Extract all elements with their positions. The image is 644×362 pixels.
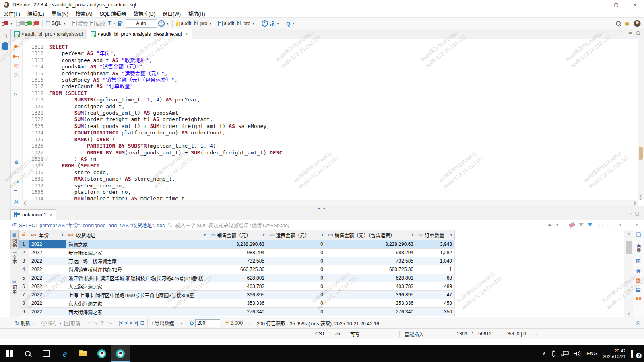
editor-tab[interactable]: <audit_bi_pro> analysis.sql (10, 29, 87, 39)
close-button[interactable]: ✕ (625, 0, 644, 9)
aggregate-icon[interactable]: ▦ (636, 277, 641, 283)
editor-scroll-thumb[interactable] (639, 147, 643, 160)
table-cell[interactable]: 660,725.36 (208, 265, 267, 274)
execute-statement-button[interactable]: ▶ (11, 41, 22, 51)
last-row-button[interactable]: >| (133, 319, 139, 327)
open-declaration-button[interactable]: ⇥ (11, 177, 22, 187)
code-line[interactable]: 1316 saleMoney AS "销售金额（元）（包含运费）", (23, 77, 644, 83)
previous-row-button[interactable]: < (124, 319, 128, 327)
user-avatar[interactable] (634, 20, 641, 27)
row-number[interactable]: 2 (19, 249, 29, 257)
code-line[interactable]: 1326 PARTITION BY SUBSTR(mgclear_time_t,… (23, 143, 644, 149)
save-to-file-button[interactable]: ! (11, 187, 22, 196)
caret-position-indicator[interactable]: 1303 : 1 : 56612 (452, 331, 502, 337)
code-line[interactable]: 1314 goodsAmt AS "销售金额（元）", (23, 64, 644, 70)
table-cell[interactable]: 2022 (29, 299, 66, 308)
filter-input[interactable]: 输入一个 SQL 表达式来过滤结果 (使用 Ctrl+Space) (175, 221, 549, 229)
grid-scroll-down-icon[interactable]: ∨ (624, 311, 633, 315)
row-number[interactable]: 5 (19, 274, 29, 282)
maximize-editor-icon[interactable]: ▢ (636, 31, 640, 35)
column-header[interactable]: 123订单数量▼ (416, 230, 455, 240)
table-cell[interactable]: 988,294 (208, 249, 267, 257)
sql-console-button[interactable]: >_ (11, 90, 22, 99)
column-filter-icon[interactable]: ▼ (450, 233, 453, 237)
code-line[interactable]: 1325 RANK() OVER ( (23, 136, 644, 143)
driver-manager-button[interactable]: ▼ (269, 21, 281, 27)
code-line[interactable]: 1313 consignee_add_t AS "收货地址", (23, 57, 644, 64)
table-cell[interactable]: 396,895 (326, 291, 416, 299)
sql-code-area[interactable]: 1311SELECT1312 perYear AS "年份",1313 cons… (23, 39, 644, 206)
maximize-button[interactable]: ▢ (607, 0, 625, 9)
editor-horizontal-scrollbar[interactable]: ❮❯ (22, 200, 638, 206)
table-cell[interactable]: 2022 (29, 282, 66, 291)
table-cell[interactable]: 988,294 (326, 249, 416, 257)
table-row[interactable]: 92022西大街海澜之家276,3400276,340350 (19, 308, 455, 316)
table-cell[interactable]: 47 (416, 291, 455, 299)
table-row[interactable]: 82022东大街海澜之家353,3360353,336458 (19, 299, 455, 308)
column-filter-icon[interactable]: ▼ (262, 233, 265, 237)
column-header[interactable]: ABC收货地址▼ (66, 230, 208, 240)
table-cell[interactable]: 西大街海澜之家 (66, 308, 208, 316)
editor-overview-chevrons[interactable]: ∨∨ (638, 194, 643, 200)
table-cell[interactable]: 628,801 (208, 274, 267, 282)
table-cell[interactable]: 2022 (29, 308, 66, 316)
code-line[interactable]: 1330 store_code, (23, 169, 644, 176)
results-tab-unknown-1[interactable]: unknown 1 × (10, 209, 56, 220)
grid-scroll-thumb[interactable] (626, 241, 632, 254)
start-button[interactable] (0, 345, 19, 362)
database-select[interactable]: audit_bi_pro▼ (217, 20, 256, 27)
table-cell[interactable]: 1,049 (416, 257, 455, 265)
row-number[interactable]: 7 (19, 291, 29, 299)
table-cell[interactable]: 353,336 (326, 299, 416, 308)
row-number[interactable]: 1 (19, 240, 29, 249)
code-line[interactable]: 1332 system_order_no, (23, 183, 644, 189)
column-filter-icon[interactable]: ▼ (321, 233, 324, 237)
expand-filter-icon[interactable]: ⌜⌟ (168, 223, 171, 227)
quick-access-search-icon[interactable] (616, 21, 621, 26)
editor-area-toggle-icon[interactable]: ⸳⸳⸳⸳❐ (0, 33, 10, 39)
transaction-log-button[interactable]: ▼ (157, 19, 170, 27)
grid-settings-gear-icon[interactable]: ⚙ (188, 319, 195, 327)
table-cell[interactable]: 276,340 (208, 308, 267, 316)
table-cell[interactable]: 2022 (29, 249, 66, 257)
apply-filter-button[interactable]: ▶ (549, 223, 552, 227)
column-header[interactable]: 123销售金额（元）（包含运费）▼ (326, 230, 416, 240)
autocommit-select[interactable]: Auto (126, 19, 157, 28)
save-button[interactable]: ✓保存▼ (40, 319, 63, 327)
results-maximize-icon[interactable]: ▢ (635, 211, 639, 216)
table-cell[interactable]: 2022 (29, 291, 66, 299)
table-cell[interactable]: 3,238,290.63 (326, 240, 416, 249)
history-forward-dropdown[interactable]: ▼ (635, 223, 638, 227)
table-cell[interactable]: 0 (267, 299, 326, 308)
table-cell[interactable]: 0 (267, 257, 326, 265)
table-cell[interactable]: 上海 上海市 闵行区申昆路1999号长三角电商园3号楼309室 (66, 291, 208, 299)
database-navigator-icon[interactable] (2, 42, 8, 47)
code-line[interactable]: 1322 SUM(order_freight_amt_t) AS orderFr… (23, 116, 644, 123)
code-line[interactable]: 1321 SUM(real_goods_amt_t) AS goodsAmt, (23, 110, 644, 116)
delete-row-button[interactable]: ≡₋ (105, 319, 113, 327)
table-cell[interactable]: 403,783 (208, 282, 267, 291)
dbeaver-taskbar-icon[interactable] (93, 345, 111, 362)
duplicate-row-button[interactable]: ⟳ (99, 319, 105, 327)
table-cell[interactable]: 660,725.36 (326, 265, 416, 274)
output-console-button[interactable]: (ω) (11, 196, 22, 206)
panel-toggle-icon[interactable]: ❏ (636, 232, 641, 238)
code-line[interactable]: 1331 MAX(store_name) AS store_name_t, (23, 176, 644, 182)
add-row-button[interactable]: ≡₊ (91, 319, 99, 327)
table-cell[interactable]: 489 (416, 282, 455, 291)
table-row[interactable]: 52022浙江省 杭州市 滨江区华城·和瑞科技广场(长河路475号)T1幢9楼6… (19, 274, 455, 282)
editor-settings-gear-icon[interactable]: ⚙ (11, 158, 22, 167)
calc-panel-icon[interactable]: ⊟⊞ (635, 296, 641, 300)
close-tab-icon[interactable]: × (185, 31, 188, 37)
menu-item[interactable]: 窗口(W) (159, 10, 184, 17)
code-line[interactable]: 1311SELECT (23, 44, 644, 50)
view-tab-record[interactable]: ▤记录 (11, 277, 18, 296)
column-filter-icon[interactable]: ▼ (411, 233, 414, 237)
clock[interactable]: 20:422025/10/21 (603, 348, 626, 359)
results-grid[interactable]: ABC年份▼ABC收货地址▼123销售金额（元）▼123运费金额（元）▼123销… (19, 230, 455, 316)
table-cell[interactable]: 3,238,290.63 (208, 240, 267, 249)
row-header-corner[interactable] (19, 230, 29, 240)
minimize-button[interactable]: ─ (588, 0, 607, 9)
menu-item[interactable]: 文件(F) (0, 10, 24, 17)
table-cell[interactable]: 万达广场二楼海澜之家 (66, 257, 208, 265)
